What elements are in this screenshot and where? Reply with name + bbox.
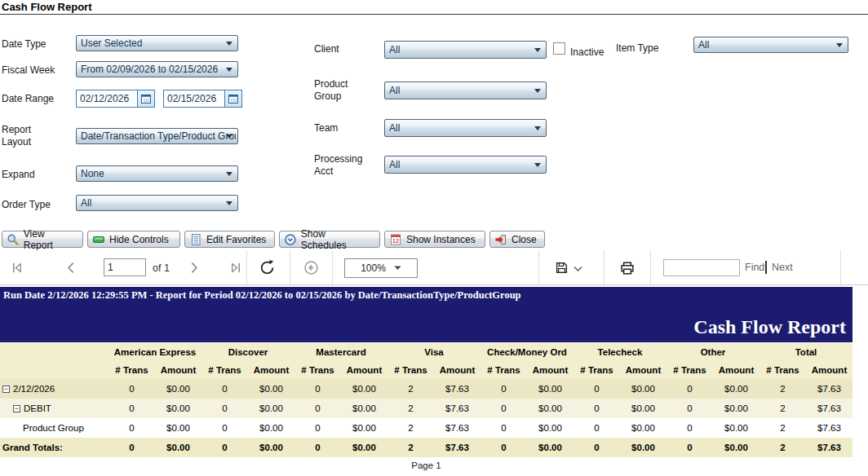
save-menu-chevron-icon[interactable] bbox=[574, 266, 582, 272]
collapse-icon[interactable]: − bbox=[2, 386, 10, 393]
view-report-button[interactable]: View Report bbox=[2, 231, 83, 248]
zoom-select[interactable]: 100% bbox=[344, 258, 418, 278]
report-title: Cash Flow Report bbox=[693, 316, 846, 338]
processing-acct-label: Processing Acct bbox=[314, 153, 371, 178]
row-label: Grand Totals: bbox=[0, 438, 108, 457]
calendar-icon[interactable] bbox=[224, 90, 241, 107]
item-type-label: Item Type bbox=[616, 42, 673, 55]
save-icon[interactable] bbox=[555, 261, 569, 275]
cell: $7.63 bbox=[806, 418, 852, 438]
print-icon[interactable] bbox=[619, 260, 636, 276]
team-value: All bbox=[389, 122, 544, 134]
date-range-end-input[interactable] bbox=[164, 90, 224, 107]
report-layout-dropdown[interactable]: Date/Transaction Type/Product Group bbox=[76, 128, 238, 144]
cell: $0.00 bbox=[248, 418, 294, 438]
table-row: Product Group 0 $0.00 0 $0.00 0 $0.00 2 … bbox=[0, 418, 852, 438]
column-header: Amount bbox=[527, 361, 574, 379]
show-schedules-label: Show Schedules bbox=[301, 228, 373, 251]
cell: 0 bbox=[108, 379, 155, 399]
show-instances-button[interactable]: 12 Show Instances bbox=[384, 231, 485, 248]
cell: $0.00 bbox=[713, 438, 760, 457]
page-count-label: of 1 bbox=[153, 262, 170, 274]
clock-icon bbox=[284, 233, 297, 246]
cell: 2 bbox=[760, 399, 806, 418]
close-label: Close bbox=[512, 234, 537, 245]
calendar-icon[interactable] bbox=[137, 90, 154, 107]
expand-value: None bbox=[81, 168, 236, 179]
expand-dropdown[interactable]: None bbox=[76, 165, 238, 182]
cell: 0 bbox=[480, 379, 527, 399]
refresh-icon[interactable] bbox=[259, 259, 276, 276]
hide-controls-button[interactable]: Hide Controls bbox=[87, 231, 180, 248]
date-range-label: Date Range bbox=[2, 93, 59, 105]
fiscal-week-value: From 02/09/2026 to 02/15/2026 bbox=[81, 64, 236, 75]
cell: 2 bbox=[388, 438, 434, 457]
processing-acct-dropdown[interactable]: All bbox=[384, 156, 547, 174]
processing-acct-value: All bbox=[389, 159, 544, 170]
row-name: 2/12/2026 bbox=[13, 384, 55, 394]
cell: $7.63 bbox=[806, 399, 852, 418]
group-header: Telecheck bbox=[574, 343, 666, 361]
next-page-icon[interactable] bbox=[187, 261, 201, 275]
last-page-icon[interactable] bbox=[229, 261, 243, 275]
order-type-label: Order Type bbox=[2, 199, 59, 211]
report-table: American Express Discover Mastercard Vis… bbox=[0, 343, 852, 457]
item-type-dropdown[interactable]: All bbox=[693, 37, 848, 53]
team-dropdown[interactable]: All bbox=[384, 119, 547, 137]
close-button[interactable]: Close bbox=[489, 231, 545, 248]
chevron-down-icon bbox=[534, 89, 541, 93]
cell: 0 bbox=[480, 399, 527, 418]
date-range-end[interactable] bbox=[163, 90, 242, 108]
column-header: # Trans bbox=[760, 361, 806, 379]
toolbar-separator bbox=[290, 250, 290, 284]
date-range-start[interactable] bbox=[76, 90, 155, 108]
chevron-down-icon bbox=[226, 172, 232, 176]
first-page-icon[interactable] bbox=[10, 261, 24, 275]
find-input[interactable] bbox=[663, 259, 740, 276]
report-viewer-toolbar: of 1 100% Find Next bbox=[0, 250, 868, 285]
cell: $0.00 bbox=[620, 379, 666, 399]
find-link[interactable]: Find bbox=[745, 262, 764, 273]
column-header: # Trans bbox=[480, 361, 527, 379]
column-header: # Trans bbox=[666, 361, 713, 379]
fiscal-week-dropdown[interactable]: From 02/09/2026 to 02/15/2026 bbox=[76, 61, 238, 77]
report-layout-value: Date/Transaction Type/Product Group bbox=[81, 130, 236, 142]
cell: $0.00 bbox=[527, 399, 574, 418]
cell: $7.63 bbox=[434, 399, 480, 418]
column-header: Amount bbox=[713, 361, 760, 379]
collapse-icon[interactable]: − bbox=[13, 405, 20, 412]
cell: 0 bbox=[666, 438, 713, 457]
row-label: − DEBIT bbox=[0, 399, 108, 418]
show-schedules-button[interactable]: Show Schedules bbox=[279, 231, 380, 248]
date-range-start-input[interactable] bbox=[77, 90, 137, 107]
cell: 0 bbox=[202, 399, 248, 418]
edit-favorites-label: Edit Favorites bbox=[206, 234, 266, 245]
edit-favorites-button[interactable]: Edit Favorites bbox=[184, 231, 275, 248]
previous-page-icon[interactable] bbox=[64, 261, 78, 275]
view-report-label: View Report bbox=[24, 228, 76, 251]
cell: $0.00 bbox=[248, 399, 294, 418]
back-icon[interactable] bbox=[303, 260, 319, 275]
column-header: # Trans bbox=[108, 361, 155, 379]
cell: $7.63 bbox=[434, 418, 480, 438]
inactive-checkbox[interactable] bbox=[553, 42, 565, 55]
row-label: − 2/12/2026 bbox=[0, 379, 108, 399]
row-name: Grand Totals: bbox=[2, 443, 63, 452]
find-next-link[interactable]: Next bbox=[772, 262, 793, 273]
cell: $0.00 bbox=[620, 438, 666, 457]
column-header: Amount bbox=[620, 361, 666, 379]
date-type-dropdown[interactable]: User Selected bbox=[76, 35, 238, 51]
order-type-dropdown[interactable]: All bbox=[76, 195, 238, 211]
cell: $0.00 bbox=[527, 418, 574, 438]
cell: 0 bbox=[666, 399, 713, 418]
cell: $0.00 bbox=[620, 418, 666, 438]
toolbar-separator bbox=[650, 250, 651, 284]
cell: $0.00 bbox=[713, 379, 760, 399]
cell: $0.00 bbox=[155, 399, 202, 418]
cell: 2 bbox=[760, 379, 806, 399]
product-group-dropdown[interactable]: All bbox=[384, 82, 547, 99]
cell: 0 bbox=[108, 438, 155, 457]
client-dropdown[interactable]: All bbox=[384, 41, 547, 59]
chevron-down-icon bbox=[836, 43, 843, 47]
page-number-input[interactable] bbox=[104, 258, 146, 276]
